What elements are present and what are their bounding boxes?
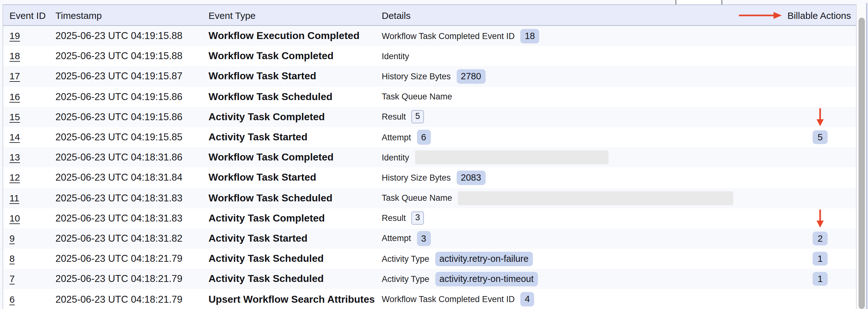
timestamp-cell: 2025-06-23 UTC 04:18:31.83 xyxy=(56,213,209,224)
timestamp-cell: 2025-06-23 UTC 04:19:15.88 xyxy=(56,30,209,41)
event-type-cell: Workflow Task Scheduled xyxy=(209,91,382,102)
red-right-arrow-icon xyxy=(738,11,782,19)
event-id-cell: 10 xyxy=(3,213,56,224)
event-type-text: Workflow Task Started xyxy=(209,172,316,183)
event-type-cell: Workflow Task Started xyxy=(209,71,382,82)
event-id-link[interactable]: 13 xyxy=(9,152,20,162)
event-type-text: Activity Task Completed xyxy=(209,213,325,224)
event-history-table: Event ID Timestamp Event Type Details Bi… xyxy=(2,4,857,309)
timestamp-cell: 2025-06-23 UTC 04:18:31.82 xyxy=(56,233,209,244)
table-row[interactable]: 7 2025-06-23 UTC 04:18:21.79 Activity Ta… xyxy=(3,269,856,289)
table-row[interactable]: 19 2025-06-23 UTC 04:19:15.88 Workflow E… xyxy=(3,26,856,46)
event-id-cell: 15 xyxy=(3,111,56,123)
table-row[interactable]: 9 2025-06-23 UTC 04:18:31.82 Activity Ta… xyxy=(3,229,856,249)
event-id-link[interactable]: 14 xyxy=(9,132,20,142)
event-type-cell: Activity Task Scheduled xyxy=(209,273,382,285)
event-id-link[interactable]: 19 xyxy=(9,30,20,41)
event-id-link[interactable]: 9 xyxy=(9,233,15,244)
details-cell: Identity xyxy=(382,150,784,164)
event-type-cell: Activity Task Scheduled xyxy=(209,253,382,264)
timestamp-cell: 2025-06-23 UTC 04:19:15.86 xyxy=(56,111,209,123)
event-id-cell: 13 xyxy=(3,152,56,163)
event-type-cell: Activity Task Completed xyxy=(209,213,382,224)
detail-label: Identity xyxy=(382,52,409,61)
top-toolbar-fragment xyxy=(675,0,722,4)
detail-value-badge: 3 xyxy=(412,212,424,225)
billable-cell xyxy=(784,87,856,107)
event-id-link[interactable]: 15 xyxy=(9,111,20,122)
event-id-cell: 7 xyxy=(3,273,56,285)
panel-right-border xyxy=(866,3,867,309)
redacted-value-block xyxy=(415,150,608,164)
timestamp-cell: 2025-06-23 UTC 04:19:15.87 xyxy=(56,71,209,82)
event-type-text: Workflow Task Completed xyxy=(209,152,334,162)
detail-label: Result xyxy=(382,214,406,223)
event-id-link[interactable]: 7 xyxy=(9,273,15,284)
details-cell: Task Queue Name xyxy=(382,191,784,205)
table-row[interactable]: 17 2025-06-23 UTC 04:19:15.87 Workflow T… xyxy=(3,66,856,87)
event-type-text: Workflow Task Scheduled xyxy=(209,192,333,203)
scrollbar-thumb[interactable] xyxy=(859,18,865,309)
timestamp-text: 2025-06-23 UTC 04:18:31.83 xyxy=(56,213,182,224)
detail-label: Task Queue Name xyxy=(382,92,452,101)
table-row[interactable]: 18 2025-06-23 UTC 04:19:15.88 Workflow T… xyxy=(3,46,856,66)
timestamp-text: 2025-06-23 UTC 04:18:31.84 xyxy=(56,172,182,183)
billable-actions-label: Billable Actions xyxy=(787,10,851,21)
event-id-cell: 11 xyxy=(3,192,56,204)
timestamp-text: 2025-06-23 UTC 04:19:15.88 xyxy=(56,30,182,41)
event-id-cell: 16 xyxy=(3,91,56,102)
table-row[interactable]: 11 2025-06-23 UTC 04:18:31.83 Workflow T… xyxy=(3,188,856,208)
event-type-cell: Activity Task Started xyxy=(209,132,382,143)
table-row[interactable]: 10 2025-06-23 UTC 04:18:31.83 Activity T… xyxy=(3,208,856,228)
billable-cell xyxy=(784,289,856,309)
billable-cell xyxy=(784,66,856,87)
redacted-value-block xyxy=(458,191,733,205)
event-id-link[interactable]: 6 xyxy=(9,294,15,304)
event-id-link[interactable]: 12 xyxy=(9,172,20,183)
event-id-link[interactable]: 18 xyxy=(9,51,20,61)
event-id-cell: 19 xyxy=(3,30,56,41)
column-header-event-id: Event ID xyxy=(3,10,56,21)
event-id-link[interactable]: 11 xyxy=(9,192,19,203)
event-type-cell: Workflow Execution Completed xyxy=(209,30,382,41)
timestamp-text: 2025-06-23 UTC 04:18:21.79 xyxy=(56,294,182,304)
event-type-text: Upsert Workflow Search Attributes xyxy=(209,294,375,304)
detail-label: Attempt xyxy=(382,133,411,142)
table-row[interactable]: 8 2025-06-23 UTC 04:18:21.79 Activity Ta… xyxy=(3,249,856,269)
event-id-link[interactable]: 17 xyxy=(9,71,20,81)
detail-label: Identity xyxy=(382,152,409,162)
table-row[interactable]: 13 2025-06-23 UTC 04:18:31.86 Workflow T… xyxy=(3,147,856,167)
event-id-cell: 8 xyxy=(3,253,56,264)
event-type-cell: Upsert Workflow Search Attributes xyxy=(209,294,382,305)
event-id-cell: 12 xyxy=(3,172,56,183)
event-history-panel: Event ID Timestamp Event Type Details Bi… xyxy=(0,0,868,309)
detail-label: Activity Type xyxy=(382,254,429,263)
detail-value-badge: 18 xyxy=(520,29,539,43)
red-down-arrow-icon xyxy=(816,209,824,228)
table-row[interactable]: 16 2025-06-23 UTC 04:19:15.86 Workflow T… xyxy=(3,87,856,107)
details-cell: Attempt 6 xyxy=(382,130,784,144)
table-row[interactable]: 12 2025-06-23 UTC 04:18:31.84 Workflow T… xyxy=(3,168,856,188)
details-cell: Identity xyxy=(382,52,784,61)
detail-value-badge: 3 xyxy=(417,231,431,246)
table-row[interactable]: 6 2025-06-23 UTC 04:18:21.79 Upsert Work… xyxy=(3,289,856,309)
event-id-link[interactable]: 16 xyxy=(9,91,20,102)
event-id-link[interactable]: 8 xyxy=(9,253,15,264)
billable-cell xyxy=(784,26,856,46)
event-id-link[interactable]: 10 xyxy=(9,213,20,224)
billable-cell: 5 xyxy=(784,127,856,147)
event-type-cell: Workflow Task Scheduled xyxy=(209,192,382,204)
event-type-text: Activity Task Started xyxy=(209,233,307,244)
details-cell: Workflow Task Completed Event ID 4 xyxy=(382,292,784,307)
table-row[interactable]: 14 2025-06-23 UTC 04:19:15.85 Activity T… xyxy=(3,127,856,147)
details-cell: Activity Type activity.retry-on-timeout xyxy=(382,272,784,286)
detail-value-badge: activity.retry-on-timeout xyxy=(435,272,538,286)
billable-cell xyxy=(784,168,856,188)
event-id-cell: 18 xyxy=(3,51,56,62)
table-row[interactable]: 15 2025-06-23 UTC 04:19:15.86 Activity T… xyxy=(3,107,856,127)
billable-cell: 1 xyxy=(784,249,856,269)
detail-label: Result xyxy=(382,112,406,122)
details-cell: Result 3 xyxy=(382,212,784,225)
billable-cell xyxy=(784,147,856,167)
details-cell: History Size Bytes 2083 xyxy=(382,171,784,185)
